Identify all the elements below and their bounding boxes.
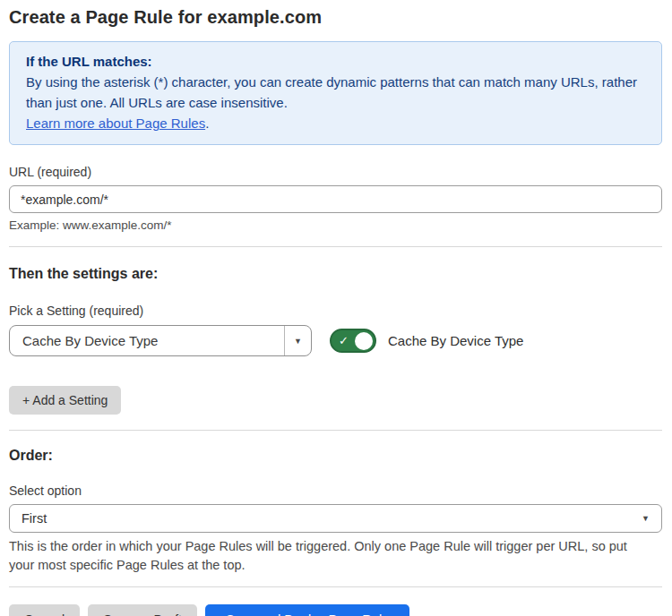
link-suffix: . [205, 116, 209, 131]
order-section-heading: Order: [9, 448, 662, 464]
create-page-rule-panel: Create a Page Rule for example.com If th… [0, 0, 672, 616]
setting-toggle-label: Cache By Device Type [388, 333, 523, 348]
setting-dropdown-arrow-button[interactable]: ▼ [284, 326, 311, 355]
url-example-text: Example: www.example.com/* [9, 218, 662, 232]
order-select-label: Select option [9, 483, 662, 498]
info-box-heading: If the URL matches: [26, 51, 645, 72]
divider [9, 246, 662, 247]
cancel-button[interactable]: Cancel [9, 604, 80, 616]
settings-section-heading: Then the settings are: [9, 266, 662, 282]
page-title: Create a Page Rule for example.com [9, 7, 662, 28]
url-match-info-box: If the URL matches: By using the asteris… [9, 41, 662, 145]
pick-setting-label: Pick a Setting (required) [9, 304, 662, 318]
add-setting-button[interactable]: + Add a Setting [9, 386, 121, 415]
chevron-down-icon: ▼ [642, 514, 650, 523]
toggle-knob [355, 332, 373, 350]
footer-button-row: Cancel Save as Draft Save and Deploy Pag… [9, 604, 662, 616]
info-box-body: By using the asterisk (*) character, you… [26, 72, 645, 113]
setting-dropdown[interactable]: Cache By Device Type ▼ [9, 325, 312, 356]
learn-more-link[interactable]: Learn more about Page Rules [26, 116, 205, 131]
setting-row: Cache By Device Type ▼ ✓ Cache By Device… [9, 325, 662, 356]
info-box-link-line: Learn more about Page Rules. [26, 113, 645, 133]
url-input[interactable] [9, 185, 662, 213]
order-help-text: This is the order in which your Page Rul… [9, 537, 647, 575]
check-icon: ✓ [339, 335, 349, 346]
order-select-value: First [22, 511, 47, 526]
setting-toggle[interactable]: ✓ [330, 329, 376, 353]
setting-dropdown-value: Cache By Device Type [10, 326, 284, 355]
url-field-label: URL (required) [9, 165, 662, 179]
chevron-down-icon: ▼ [294, 337, 302, 346]
save-as-draft-button[interactable]: Save as Draft [88, 604, 197, 616]
save-and-deploy-button[interactable]: Save and Deploy Page Rule [205, 604, 409, 616]
divider [9, 430, 662, 431]
order-select[interactable]: First ▼ [9, 504, 662, 533]
divider [9, 586, 662, 587]
